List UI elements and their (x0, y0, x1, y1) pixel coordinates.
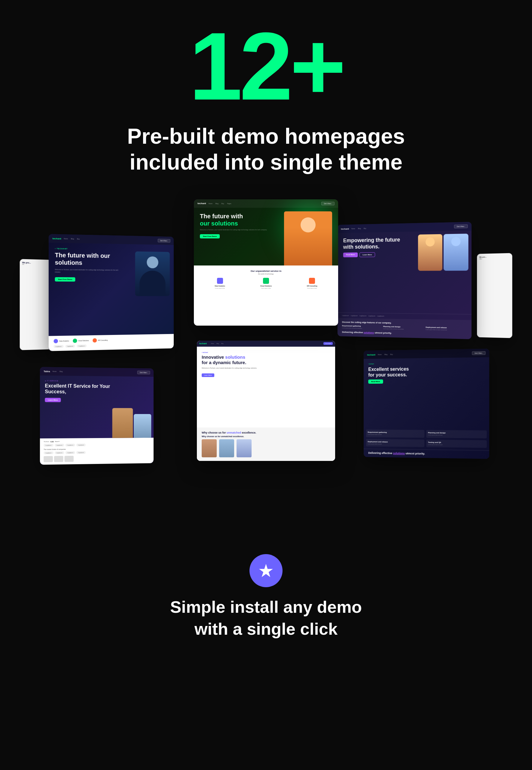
demo-card-8: We pro... 3M+ (477, 253, 512, 338)
demo-card-6: techant Home Blog Buy Get it Now › • tec… (364, 348, 489, 459)
bottom-section: ★ Simple install any demo with a single … (170, 554, 362, 640)
demo-card-2: techant Home Blog Buy Get it Now › • tec… (49, 234, 174, 351)
page-wrapper: 12+ Pre-built demo homepages included in… (0, 0, 532, 770)
service-col-1: Data Analytics Lorem ipsum dolor (199, 278, 241, 289)
hero-subtitle: Pre-built demo homepages included into s… (127, 123, 405, 175)
service-col-2: Cloud Solutions Lorem ipsum dolor (245, 278, 287, 289)
bottom-text: Simple install any demo with a single cl… (170, 596, 362, 640)
star-badge: ★ (249, 554, 283, 587)
demo-card-3: techant Home Blog Buy Get it Now • techa… (197, 341, 335, 461)
service-col-3: HR Consulting Lorem ipsum dolor (291, 278, 333, 289)
demo-card-5: Talira Home Blog Get it Now › ● IT SERVI… (40, 367, 154, 465)
hero-number: 12+ (189, 18, 343, 114)
star-icon: ★ (258, 560, 274, 581)
demo-card-4: techant Home Blog Buy Get it Now › Empow… (338, 222, 472, 339)
demos-container: We pro... 3M+ techant Home Blog Buy Get … (26, 199, 506, 530)
demo-card-1: techant Home Blog Buy Pages Get it Now ›… (194, 199, 338, 325)
